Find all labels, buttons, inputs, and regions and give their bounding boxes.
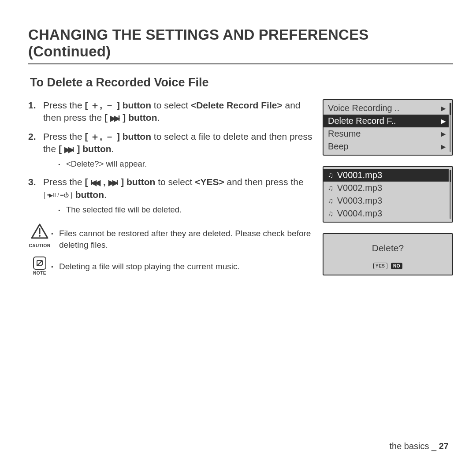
scrollbar-thumb[interactable]	[450, 103, 451, 115]
instructions: Press the [ ＋, － ] button to select <Del…	[28, 99, 323, 276]
caution-block: CAUTION Files cannot be restored after t…	[28, 223, 315, 254]
chevron-right-icon: ▶	[441, 104, 446, 112]
device-screen-file-list: ♫ V0001.mp3 ♫ V0002.mp3 ♫ V0003.mp3 ♫ V0…	[323, 166, 453, 223]
file-item[interactable]: ♫ V0003.mp3	[324, 194, 449, 207]
music-note-icon: ♫	[328, 184, 334, 193]
chevron-right-icon: ▶	[441, 117, 446, 125]
no-button[interactable]: NO	[391, 263, 402, 269]
file-item[interactable]: ♫ V0001.mp3	[324, 169, 449, 182]
next-icon: ▶▶I	[110, 114, 119, 124]
step-2: Press the [ ＋, － ] button to select a fi…	[28, 130, 315, 170]
music-note-icon: ♫	[328, 209, 334, 218]
note-icon	[33, 257, 46, 270]
section-subtitle: To Delete a Recorded Voice File	[30, 76, 453, 89]
chevron-right-icon: ▶	[441, 143, 446, 151]
delete-question: Delete?	[324, 243, 452, 253]
chevron-right-icon: ▶	[441, 130, 446, 138]
note-text: Deleting a file will stop playing the cu…	[51, 261, 240, 272]
file-item[interactable]: ♫ V0002.mp3	[324, 182, 449, 194]
page-footer: the basics _ 27	[389, 441, 449, 451]
step-3-note: The selected file will be deleted.	[58, 205, 315, 216]
svg-point-2	[39, 235, 41, 237]
music-note-icon: ♫	[328, 197, 334, 205]
page-title: CHANGING THE SETTINGS AND PREFERENCES (C…	[28, 26, 453, 64]
step-3: Press the [ I◀◀ , ▶▶I ] button to select…	[28, 176, 315, 216]
device-screen-menu: Voice Recording ..▶ Delete Record F..▶ R…	[323, 99, 453, 156]
menu-item-resume[interactable]: Resume▶	[324, 127, 449, 140]
music-note-icon: ♫	[328, 171, 334, 180]
note-block: NOTE Deleting a file will stop playing t…	[28, 257, 315, 276]
device-screen-delete-confirm: Delete? YES NO	[323, 233, 453, 275]
next-icon: ▶▶I	[108, 178, 117, 188]
step-2-note: <Delete?> will appear.	[58, 159, 315, 170]
menu-item-beep[interactable]: Beep▶	[324, 140, 449, 153]
file-item[interactable]: ♫ V0004.mp3	[324, 207, 449, 220]
caution-icon	[31, 223, 48, 239]
next-icon: ▶▶I	[64, 145, 73, 155]
step-1: Press the [ ＋, － ] button to select <Del…	[28, 99, 315, 124]
prev-icon: I◀◀	[90, 178, 99, 188]
menu-item-delete-record-file[interactable]: Delete Record F..▶	[324, 115, 449, 127]
yes-button[interactable]: YES	[373, 263, 387, 269]
caution-text: Files cannot be restored after they are …	[51, 228, 315, 250]
menu-item-voice-recording[interactable]: Voice Recording ..▶	[324, 102, 449, 115]
scrollbar-thumb[interactable]	[450, 170, 451, 182]
play-pause-power-button-glyph: •▶II / ━⏻	[44, 192, 72, 199]
